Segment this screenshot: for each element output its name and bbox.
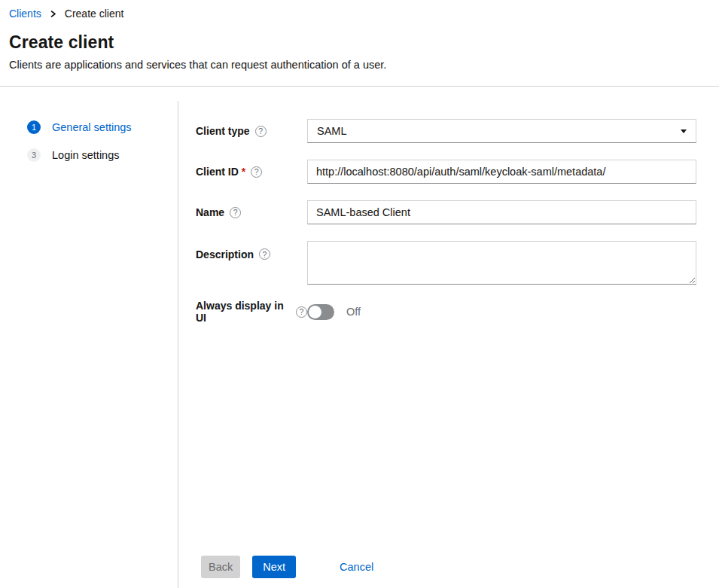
always-display-label: Always display in UI [196, 300, 291, 324]
client-id-control [307, 160, 696, 184]
client-type-selected-value: SAML [317, 125, 347, 137]
help-icon[interactable]: ? [296, 306, 307, 318]
page-header: Clients Create client Create client Clie… [0, 0, 719, 87]
client-type-label-group: Client type ? [196, 119, 307, 143]
toggle-state-label: Off [346, 306, 361, 318]
client-id-label: Client ID [196, 166, 239, 178]
client-type-select[interactable]: SAML [307, 119, 696, 143]
step-number-badge: 1 [27, 120, 41, 134]
description-textarea[interactable] [307, 241, 696, 285]
always-display-label-group: Always display in UI ? [196, 300, 307, 324]
name-input[interactable] [307, 200, 696, 224]
description-label-group: Description ? [196, 241, 307, 285]
page-title: Create client [9, 34, 710, 51]
client-id-label-group: Client ID * ? [196, 160, 307, 184]
caret-down-icon [681, 129, 687, 133]
client-type-row: Client type ? SAML [196, 119, 697, 143]
step-number-badge: 3 [27, 148, 41, 162]
required-asterisk: * [242, 166, 245, 178]
wizard-step-login-settings[interactable]: 3 Login settings [27, 148, 178, 162]
help-icon[interactable]: ? [230, 207, 241, 218]
description-label: Description [196, 248, 254, 260]
client-type-label: Client type [196, 125, 250, 137]
name-control [307, 200, 696, 224]
page-subtitle: Clients are applications and services th… [9, 59, 710, 71]
next-button[interactable]: Next [252, 556, 296, 578]
client-id-input[interactable] [307, 160, 696, 184]
wizard-step-nav: 1 General settings 3 Login settings [0, 87, 178, 588]
breadcrumb: Clients Create client [9, 8, 710, 19]
chevron-right-icon [50, 11, 56, 17]
help-icon[interactable]: ? [255, 126, 267, 137]
always-display-toggle[interactable] [307, 304, 334, 320]
name-label: Name [196, 206, 224, 218]
back-button[interactable]: Back [201, 556, 240, 578]
name-label-group: Name ? [196, 200, 307, 224]
always-display-control: Off [307, 300, 696, 324]
toggle-knob-icon [309, 306, 321, 318]
wizard-footer: Back Next Cancel [201, 556, 382, 578]
cancel-button[interactable]: Cancel [331, 556, 382, 578]
step-label: General settings [52, 121, 132, 133]
wizard-step-general-settings[interactable]: 1 General settings [27, 120, 178, 134]
client-type-control: SAML [307, 119, 696, 143]
help-icon[interactable]: ? [259, 248, 270, 260]
description-row: Description ? [196, 241, 697, 285]
help-icon[interactable]: ? [251, 166, 262, 178]
general-settings-form: Client type ? SAML Client ID * ? [178, 87, 719, 588]
client-id-row: Client ID * ? [196, 160, 697, 184]
step-label: Login settings [52, 149, 119, 161]
create-client-page: Clients Create client Create client Clie… [0, 0, 719, 588]
breadcrumb-current: Create client [65, 8, 124, 19]
description-control [307, 241, 696, 285]
breadcrumb-clients-link[interactable]: Clients [9, 8, 41, 19]
always-display-row: Always display in UI ? Off [196, 300, 697, 324]
name-row: Name ? [196, 200, 697, 224]
wizard-content: 1 General settings 3 Login settings Clie… [0, 87, 719, 588]
